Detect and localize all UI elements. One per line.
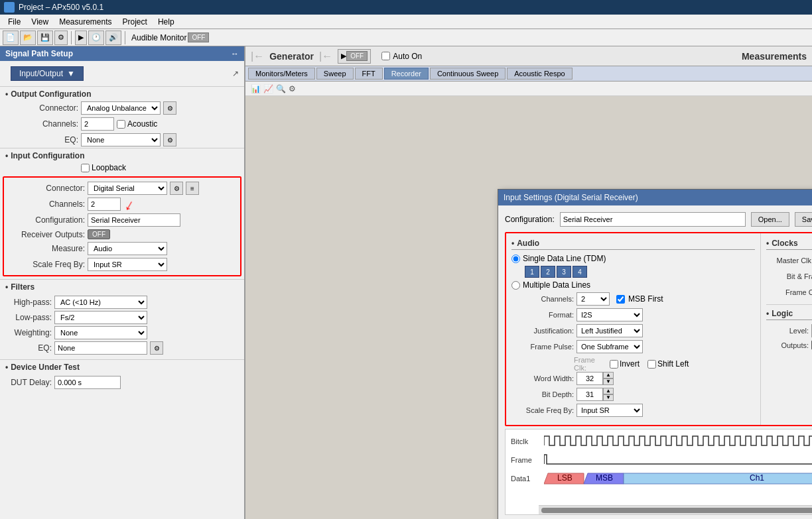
multiple-lines-radio[interactable] xyxy=(511,281,520,290)
menu-bar: File View Measurements Project Help xyxy=(0,15,812,29)
logic-col-title: Logic xyxy=(766,309,812,320)
scale-freq-select[interactable]: Input SR xyxy=(88,258,167,271)
frame-clk-row: Frame Clk: Invert Shift Left xyxy=(511,356,755,372)
eq-output-row: EQ: None ⚙ xyxy=(0,132,244,148)
tab-acoustic[interactable]: Acoustic Respo xyxy=(507,68,572,80)
channels-row: Channels: Acoustic xyxy=(0,116,244,132)
measure-label: Measure: xyxy=(12,244,85,253)
shift-left-checkbox[interactable] xyxy=(647,360,656,369)
dut-delay-input[interactable] xyxy=(54,376,121,389)
open-button[interactable]: Open... xyxy=(751,212,789,227)
meas-icon-1[interactable]: 📊 xyxy=(251,84,261,93)
tdm-btn-2[interactable]: 2 xyxy=(541,266,555,278)
msb-first-checkbox[interactable] xyxy=(616,295,625,304)
input-config-input[interactable] xyxy=(88,213,180,227)
format-select[interactable]: I2S xyxy=(576,308,643,321)
menu-file[interactable]: File xyxy=(3,16,26,28)
meas-icon-3[interactable]: 🔍 xyxy=(276,84,286,93)
tdm-btn-1[interactable]: 1 xyxy=(525,266,539,278)
highpass-select[interactable]: AC (<10 Hz) xyxy=(54,296,147,309)
frame-pulse-label: Frame Pulse: xyxy=(514,343,574,351)
weighting-label: Weighting: xyxy=(5,328,52,337)
meas-icon-2[interactable]: 📈 xyxy=(263,84,273,93)
frame-label: Frame xyxy=(511,456,544,464)
menu-help[interactable]: Help xyxy=(153,16,180,28)
frame-pulse-select[interactable]: One Subframe xyxy=(576,340,643,353)
modal-columns: Audio Single Data Line (TDM) 1 2 3 xyxy=(505,232,812,426)
word-width-down-button[interactable]: ▼ xyxy=(603,378,614,385)
settings-button[interactable]: ⚙ xyxy=(54,30,68,45)
menu-view[interactable]: View xyxy=(26,16,54,28)
modal-body: Configuration: Open... Save... Audio xyxy=(498,205,812,519)
input-output-button[interactable]: Input/Output ▼ xyxy=(11,66,84,81)
eq-filter-input[interactable] xyxy=(54,341,147,355)
audio-scale-freq-select[interactable]: Input SR xyxy=(576,404,643,417)
clock-button[interactable]: 🕐 xyxy=(88,30,104,45)
lowpass-select[interactable]: Fs/2 xyxy=(54,311,147,324)
single-line-label: Single Data Line (TDM) xyxy=(523,254,606,263)
tab-sweep[interactable]: Sweep xyxy=(316,68,354,80)
monitor-off-badge[interactable]: OFF xyxy=(188,32,209,42)
acoustic-checkbox[interactable] xyxy=(117,120,125,129)
run-button[interactable]: ▶ xyxy=(75,30,87,45)
bit-depth-input[interactable] xyxy=(576,388,603,401)
word-width-input[interactable] xyxy=(576,372,603,385)
open-button[interactable]: 📂 xyxy=(20,30,36,45)
format-label: Format: xyxy=(514,311,574,319)
tab-recorder[interactable]: Recorder xyxy=(384,68,429,80)
eq-filter-gear-button[interactable]: ⚙ xyxy=(150,341,163,355)
input-connector-select[interactable]: Digital Serial xyxy=(88,182,167,195)
scrollbar-thumb[interactable] xyxy=(541,508,812,513)
bit-depth-down-button[interactable]: ▼ xyxy=(603,394,614,401)
tab-continuous-sweep[interactable]: Continuous Sweep xyxy=(430,68,506,80)
new-button[interactable]: 📄 xyxy=(3,30,19,45)
eq-output-gear-button[interactable]: ⚙ xyxy=(163,133,176,146)
menu-measurements[interactable]: Measurements xyxy=(54,16,117,28)
input-connector-gear-button[interactable]: ⚙ xyxy=(170,182,183,195)
expand-out-icon[interactable]: ↗ xyxy=(232,69,239,78)
invert-checkbox[interactable] xyxy=(610,360,618,369)
auto-on-checkbox[interactable] xyxy=(381,52,390,60)
monitor-label: Audible Monitor xyxy=(131,33,186,42)
word-width-up-button[interactable]: ▲ xyxy=(603,372,614,378)
audio-button[interactable]: 🔊 xyxy=(105,30,121,45)
save-button[interactable]: Save... xyxy=(795,212,812,227)
bit-depth-label: Bit Depth: xyxy=(514,390,574,398)
modal-title-bar: Input Settings (Digital Serial Receiver)… xyxy=(498,190,812,205)
config-label: Configuration: xyxy=(505,215,555,224)
tdm-btn-3[interactable]: 3 xyxy=(557,266,571,278)
data1-wave: LSB MSB Ch1 LSB xyxy=(544,471,812,487)
input-connector-list-button[interactable]: ≡ xyxy=(186,182,199,195)
save-button[interactable]: 💾 xyxy=(37,30,53,45)
panel-expand-icon[interactable]: ↔ xyxy=(231,49,239,58)
single-line-radio[interactable] xyxy=(511,255,520,263)
generator-play-button[interactable]: ▶ OFF xyxy=(338,49,371,64)
tdm-btn-4[interactable]: 4 xyxy=(573,266,587,278)
eq-output-select[interactable]: None xyxy=(81,133,161,146)
frame-clk-rate-row: Frame Clk Rate: xyxy=(766,286,812,299)
scrollbar-track[interactable] xyxy=(541,508,812,513)
connector-gear-button[interactable]: ⚙ xyxy=(163,101,176,115)
dut-delay-label: DUT Delay: xyxy=(5,378,52,387)
config-input[interactable] xyxy=(560,212,746,227)
measure-select[interactable]: Audio xyxy=(88,242,167,255)
data1-row: Data1 LSB MSB xyxy=(511,469,812,488)
tab-monitors-meters[interactable]: Monitors/Meters xyxy=(248,68,315,80)
receiver-outputs-toggle[interactable]: OFF xyxy=(88,229,110,239)
bit-frame-dir-label: Bit & Frame Dir: xyxy=(769,272,812,280)
connector-select[interactable]: Analog Unbalanced xyxy=(81,101,161,115)
menu-project[interactable]: Project xyxy=(117,16,153,28)
audio-channels-select[interactable]: 2 xyxy=(576,292,610,306)
meas-icon-4[interactable]: ⚙ xyxy=(289,84,296,93)
justification-select[interactable]: Left Justified xyxy=(576,324,643,337)
tab-fft[interactable]: FFT xyxy=(355,68,383,80)
bit-depth-stepper: ▲ ▼ xyxy=(576,388,614,401)
input-channels-input[interactable] xyxy=(88,198,121,211)
loopback-checkbox[interactable] xyxy=(81,164,90,172)
bit-depth-up-button[interactable]: ▲ xyxy=(603,388,614,394)
bitclk-label: Bitclk xyxy=(511,437,544,445)
channels-input[interactable] xyxy=(81,117,114,131)
acoustic-label: Acoustic xyxy=(127,119,157,129)
waveform-scrollbar[interactable] xyxy=(539,505,812,514)
weighting-select[interactable]: None xyxy=(54,326,147,339)
